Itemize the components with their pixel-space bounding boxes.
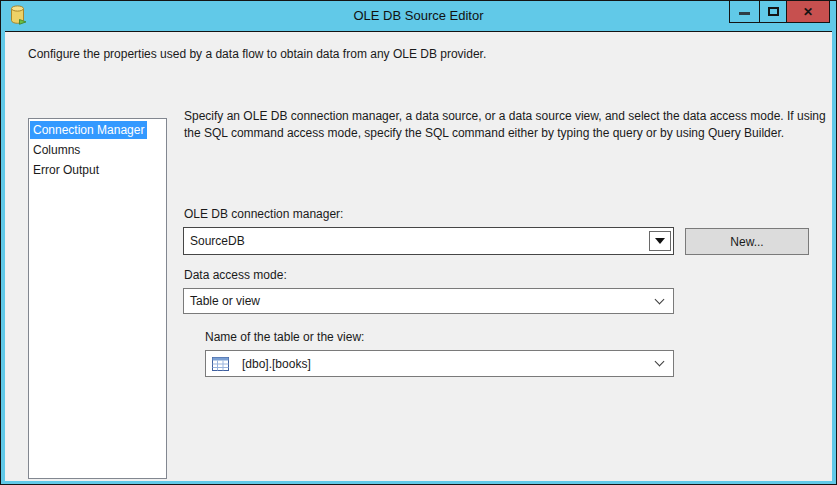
dialog-window: OLE DB Source Editor ✕ Configure the pro… [0, 0, 837, 485]
minimize-button[interactable] [730, 1, 759, 22]
connection-manager-label: OLE DB connection manager: [184, 207, 343, 221]
table-icon [212, 357, 229, 371]
dropdown-button[interactable] [649, 231, 671, 251]
close-icon: ✕ [803, 6, 813, 18]
maximize-button[interactable] [759, 1, 786, 22]
list-item-label: Columns [30, 141, 83, 159]
table-name-combobox[interactable]: [dbo].[books] [205, 350, 674, 377]
connection-manager-combobox[interactable]: SourceDB [183, 227, 674, 255]
list-item-connection-manager[interactable]: Connection Manager [29, 121, 166, 139]
new-connection-button[interactable]: New... [685, 228, 809, 255]
list-item-columns[interactable]: Columns [29, 141, 166, 159]
pages-list: Connection Manager Columns Error Output [28, 118, 167, 479]
list-item-label: Connection Manager [30, 121, 147, 139]
dialog-description: Configure the properties used by a data … [28, 47, 808, 61]
minimize-icon [739, 12, 750, 15]
panel-description: Specify an OLE DB connection manager, a … [184, 108, 829, 142]
connection-manager-value: SourceDB [184, 234, 649, 248]
data-access-mode-value: Table or view [184, 294, 656, 308]
data-access-mode-label: Data access mode: [184, 268, 287, 282]
window-controls: ✕ [729, 1, 830, 23]
table-name-label: Name of the table or the view: [205, 330, 364, 344]
close-button[interactable]: ✕ [786, 1, 829, 22]
title-bar[interactable]: OLE DB Source Editor ✕ [1, 1, 836, 31]
chevron-down-icon [655, 294, 665, 304]
chevron-down-icon [655, 238, 665, 244]
maximize-icon [768, 7, 779, 16]
list-item-error-output[interactable]: Error Output [29, 161, 166, 179]
data-access-mode-combobox[interactable]: Table or view [183, 288, 674, 314]
chevron-down-icon [655, 357, 665, 367]
window-title: OLE DB Source Editor [1, 1, 836, 31]
list-item-label: Error Output [30, 161, 102, 179]
table-name-value: [dbo].[books] [236, 357, 656, 371]
